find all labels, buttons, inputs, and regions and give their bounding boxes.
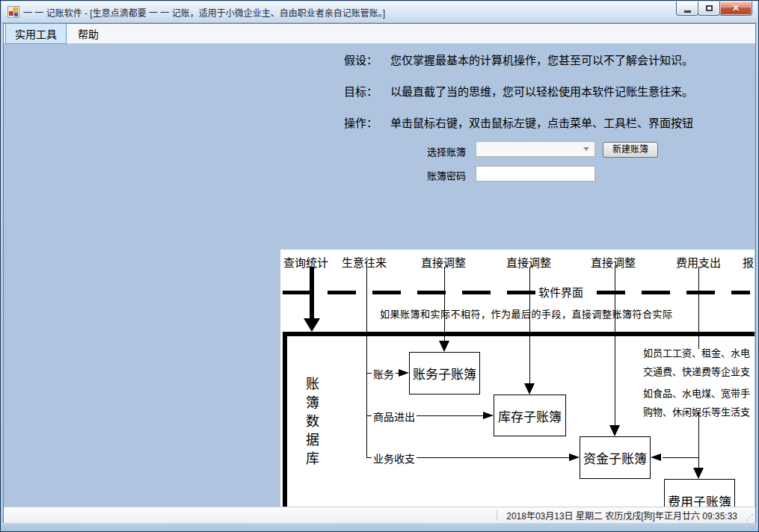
box-label: 费用子账簿 xyxy=(668,492,731,507)
ledger-password-label: 账簿密码 xyxy=(427,168,466,182)
minimize-button[interactable] xyxy=(676,1,698,16)
branch-label-accounts: 账务 xyxy=(372,366,396,381)
minimize-icon xyxy=(684,10,691,13)
diagram-label-adjust-3: 直接调整 xyxy=(591,254,636,270)
client-area: 实用工具 帮助 假设：您仅掌握最基本的计算机操作，您甚至可以不了解会计知识。 目… xyxy=(3,23,756,524)
menu-bar: 实用工具 帮助 xyxy=(4,24,755,44)
menu-item-utilities[interactable]: 实用工具 xyxy=(5,23,67,44)
software-interface-label: 软件界面 xyxy=(536,284,586,300)
arrow-right-icon xyxy=(399,369,409,377)
app-window: 一 一 记账软件 - [生意点滴都要 一 一 记账，适用于小微企业主、自由职业者… xyxy=(0,0,759,532)
intro-row-goal: 目标：以最直截了当的思维，您可以轻松使用本软件记账生意往来。 xyxy=(344,83,693,99)
query-arrow-head xyxy=(304,318,320,332)
diagram-label-adjust-2: 直接调整 xyxy=(506,254,551,270)
branch-label-goods: 商品进出 xyxy=(372,409,417,424)
diagram-label-reimburse: 报销 xyxy=(743,254,755,270)
flow-line-business xyxy=(366,267,367,457)
adjust-note: 如果账簿和实际不相符，作为最后的手段，直接调整账簿符合实际 xyxy=(380,306,673,321)
ledger-select[interactable] xyxy=(476,141,595,157)
title-bar[interactable]: 一 一 记账软件 - [生意点滴都要 一 一 记账，适用于小微企业主、自由职业者… xyxy=(1,1,758,23)
box-fund-ledger: 资金子账簿 xyxy=(580,436,651,479)
intro-label: 假设： xyxy=(344,52,390,67)
main-content: 假设：您仅掌握最基本的计算机操作，您甚至可以不了解会计知识。 目标：以最直截了当… xyxy=(4,44,755,507)
db-box-left-border xyxy=(283,332,287,507)
db-box-top-border xyxy=(283,332,755,336)
app-icon-blue-square xyxy=(14,13,18,16)
intro-text: 您仅掌握最基本的计算机操作，您甚至可以不了解会计知识。 xyxy=(390,54,693,66)
flow-line-expense-upper xyxy=(698,267,699,349)
status-divider xyxy=(497,510,497,521)
software-interface-line xyxy=(283,291,750,294)
window-controls: ✕ xyxy=(677,1,752,16)
status-datetime: 2018年03月13日 星期二 农历戊戌[狗]年正月廿六 09:35:33 xyxy=(506,509,737,522)
maximize-icon xyxy=(706,5,713,11)
arrow-down-icon xyxy=(609,425,620,436)
flow-line-adjust-3 xyxy=(615,267,615,426)
window-title: 一 一 记账软件 - [生意点滴都要 一 一 记账，适用于小微企业主、自由职业者… xyxy=(23,6,385,19)
db-label: 账簿数据库 xyxy=(301,377,321,470)
maximize-button[interactable] xyxy=(698,1,720,16)
arrow-right-icon xyxy=(483,412,494,419)
note-line: 交通费、快递费等企业支 xyxy=(643,362,750,381)
box-inventory-ledger: 库存子账簿 xyxy=(494,395,566,436)
arrow-left-icon xyxy=(651,454,661,461)
app-icon xyxy=(7,6,19,18)
query-arrow-shaft xyxy=(310,267,314,319)
arrow-down-icon xyxy=(524,383,535,395)
box-expense-ledger: 费用子账簿 xyxy=(664,479,735,507)
box-label: 资金子账簿 xyxy=(583,448,647,467)
resize-grip[interactable]: ⋰ xyxy=(746,513,754,522)
expense-to-fund-line xyxy=(663,457,699,458)
new-ledger-button[interactable]: 新建账簿 xyxy=(603,142,658,158)
ledger-password-input[interactable] xyxy=(476,166,595,182)
flow-line-adjust-1 xyxy=(444,267,445,341)
box-label: 账务子账簿 xyxy=(413,364,476,383)
arrow-down-icon xyxy=(693,468,704,479)
chevron-down-icon xyxy=(583,147,589,151)
close-icon: ✕ xyxy=(732,3,740,13)
arrow-down-icon xyxy=(439,341,449,352)
workflow-diagram: 查询统计 生意往来 直接调整 直接调整 直接调整 费用支出 报销 软件界面 如果… xyxy=(280,250,755,507)
window-bottom-frame xyxy=(1,523,758,531)
note-line: 如员工工资、租金、水电 xyxy=(643,344,750,362)
intro-row-assumption: 假设：您仅掌握最基本的计算机操作，您甚至可以不了解会计知识。 xyxy=(344,52,693,67)
status-bar: 2018年03月13日 星期二 农历戊戌[狗]年正月廿六 09:35:33 ⋰ xyxy=(4,507,755,523)
branch-label-income: 业务收支 xyxy=(372,451,417,466)
select-ledger-label: 选择账簿 xyxy=(427,144,466,158)
box-label: 库存子账簿 xyxy=(498,406,562,425)
intro-row-operation: 操作：单击鼠标右键，双击鼠标左键，点击菜单、工具栏、界面按钮 xyxy=(344,114,693,130)
expense-note-business: 如员工工资、租金、水电 交通费、快递费等企业支 xyxy=(643,344,750,381)
expense-note-life: 如食品、水电煤、宽带手 购物、休闲娱乐等生活支 xyxy=(643,384,750,421)
intro-label: 目标： xyxy=(344,83,390,99)
box-accounts-ledger: 账务子账簿 xyxy=(409,352,480,395)
close-button[interactable]: ✕ xyxy=(719,1,752,16)
menu-item-help[interactable]: 帮助 xyxy=(68,23,108,44)
diagram-label-business: 生意往来 xyxy=(342,254,387,270)
app-icon-yellow-square xyxy=(13,7,18,13)
intro-text: 以最直截了当的思维，您可以轻松使用本软件记账生意往来。 xyxy=(390,85,693,98)
note-line: 如食品、水电煤、宽带手 xyxy=(643,384,750,403)
arrow-right-icon xyxy=(569,454,580,461)
diagram-label-query-stats: 查询统计 xyxy=(283,254,328,270)
diagram-label-adjust-1: 直接调整 xyxy=(421,254,466,270)
intro-text: 单击鼠标右键，双击鼠标左键，点击菜单、工具栏、界面按钮 xyxy=(390,117,693,129)
note-line: 购物、休闲娱乐等生活支 xyxy=(643,403,750,421)
intro-label: 操作： xyxy=(344,114,390,130)
flow-line-adjust-2 xyxy=(529,267,530,384)
